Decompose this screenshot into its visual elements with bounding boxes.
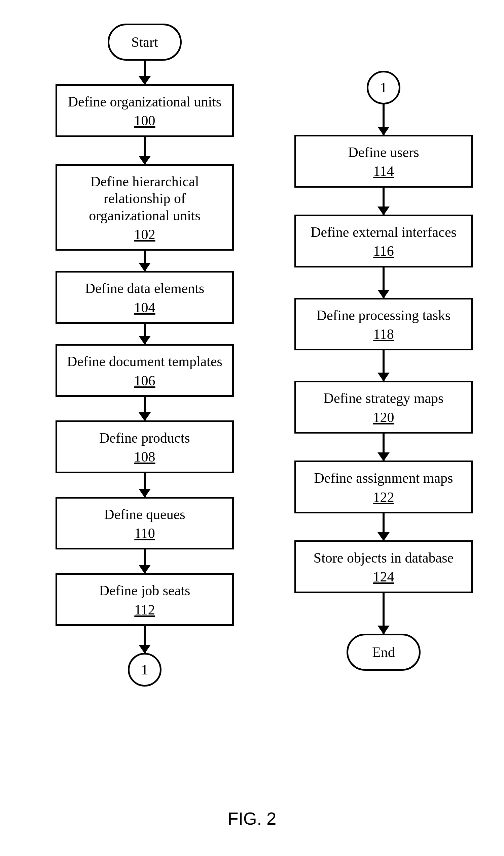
step-ref: 120 bbox=[373, 409, 394, 426]
step-label: Define hierarchical relationship of orga… bbox=[64, 173, 226, 224]
step-label: Define document templates bbox=[67, 353, 222, 370]
step-label: Define products bbox=[99, 429, 190, 446]
step-ref: 110 bbox=[134, 525, 155, 542]
process-step: Define products 108 bbox=[55, 421, 234, 473]
step-label: Define processing tasks bbox=[317, 307, 451, 324]
flow-arrow bbox=[382, 104, 384, 135]
process-step: Define users 114 bbox=[294, 135, 473, 188]
step-ref: 116 bbox=[373, 242, 394, 259]
step-label: Define users bbox=[348, 144, 419, 161]
flow-arrow bbox=[144, 61, 146, 84]
step-ref: 124 bbox=[373, 568, 394, 585]
process-step: Define processing tasks 118 bbox=[294, 298, 473, 351]
flow-column-left: Start Define organizational units 100 De… bbox=[51, 23, 239, 687]
flow-arrow bbox=[382, 593, 384, 634]
step-label: Define external interfaces bbox=[310, 224, 456, 241]
process-step: Define external interfaces 116 bbox=[294, 215, 473, 268]
step-ref: 104 bbox=[134, 299, 156, 316]
step-label: Define job seats bbox=[99, 582, 191, 599]
process-step: Define hierarchical relationship of orga… bbox=[55, 164, 234, 251]
step-ref: 100 bbox=[134, 112, 156, 129]
step-label: Define assignment maps bbox=[314, 469, 453, 486]
flow-arrow bbox=[144, 137, 146, 164]
flow-arrow bbox=[382, 513, 384, 540]
off-page-connector: 1 bbox=[128, 653, 162, 687]
process-step: Store objects in database 124 bbox=[294, 540, 473, 593]
step-ref: 122 bbox=[373, 489, 394, 506]
step-label: Store objects in database bbox=[313, 549, 453, 566]
figure-caption: FIG. 2 bbox=[0, 808, 504, 829]
flowchart-figure: Start Define organizational units 100 De… bbox=[0, 0, 504, 856]
terminator-start: Start bbox=[108, 23, 182, 61]
flow-arrow bbox=[144, 473, 146, 497]
flow-arrow bbox=[382, 433, 384, 461]
flow-arrow bbox=[144, 549, 146, 573]
flow-arrow bbox=[382, 350, 384, 381]
step-label: Define organizational units bbox=[68, 93, 221, 110]
off-page-connector: 1 bbox=[367, 71, 400, 104]
step-label: Define queues bbox=[104, 506, 185, 523]
flow-arrow bbox=[144, 324, 146, 344]
step-label: Define strategy maps bbox=[324, 390, 444, 407]
flow-arrow bbox=[382, 188, 384, 215]
process-step: Define document templates 106 bbox=[55, 344, 234, 397]
step-ref: 106 bbox=[134, 372, 156, 389]
flow-arrow bbox=[144, 251, 146, 271]
flow-arrow bbox=[382, 268, 384, 298]
step-ref: 114 bbox=[373, 163, 394, 179]
process-step: Define queues 110 bbox=[55, 497, 234, 550]
process-step: Define data elements 104 bbox=[55, 271, 234, 324]
terminator-end: End bbox=[346, 634, 420, 671]
step-ref: 102 bbox=[134, 226, 156, 243]
process-step: Define assignment maps 122 bbox=[294, 461, 473, 513]
step-ref: 112 bbox=[134, 601, 155, 618]
flow-column-right: 1 Define users 114 Define external inter… bbox=[289, 71, 478, 671]
step-label: Define data elements bbox=[85, 280, 204, 297]
flow-arrow bbox=[144, 397, 146, 421]
step-ref: 118 bbox=[373, 326, 394, 343]
process-step: Define job seats 112 bbox=[55, 573, 234, 626]
flow-arrow bbox=[144, 626, 146, 653]
step-ref: 108 bbox=[134, 448, 156, 465]
process-step: Define strategy maps 120 bbox=[294, 381, 473, 433]
process-step: Define organizational units 100 bbox=[55, 84, 234, 137]
